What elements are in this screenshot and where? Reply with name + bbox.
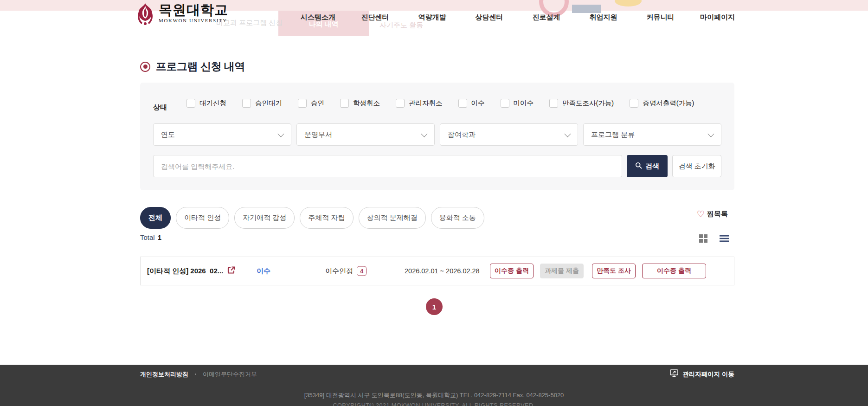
tab-altruistic[interactable]: 이타적 인성 xyxy=(176,207,229,229)
list-view-icon[interactable] xyxy=(719,234,729,245)
checkbox-icon[interactable] xyxy=(501,99,509,108)
checkbox-icon[interactable] xyxy=(242,99,251,108)
checkbox-icon[interactable] xyxy=(298,99,307,108)
checkbox-not-completed[interactable]: 미이수 xyxy=(501,99,534,108)
status-filter-row: 상태 대기신청 승인대기 승인 학생취소 관리자취소 이수 미이수 만족도조사(… xyxy=(153,95,710,111)
satisfaction-survey-button[interactable]: 만족도 조사 xyxy=(592,264,636,278)
total-count: 1 xyxy=(158,233,161,241)
nav-item-competency[interactable]: 역량개발 xyxy=(404,13,461,22)
search-reset-button[interactable]: 검색 초기화 xyxy=(672,155,721,177)
hero-strip xyxy=(0,0,868,11)
logo-english-name: MOKWON UNIVERSITY xyxy=(159,18,228,23)
dot-separator xyxy=(195,374,196,375)
checkbox-icon[interactable] xyxy=(458,99,467,108)
certificate-print-button[interactable]: 이수증 출력 xyxy=(490,264,534,278)
footer-divider xyxy=(0,384,868,384)
table-row: [이타적 인성] 2026_02... 이수 이수인정 4 2026.02.01… xyxy=(140,257,734,285)
year-dropdown[interactable]: 연도 xyxy=(153,123,291,146)
total-label: Total xyxy=(140,233,155,241)
tab-all[interactable]: 전체 xyxy=(140,207,171,229)
footer-links-row: 개인정보처리방침 이메일무단수집거부 관리자페이지 이동 xyxy=(140,365,734,384)
email-refusal-link[interactable]: 이메일무단수집거부 xyxy=(203,370,257,379)
main-nav: 시스템소개 진단센터 역량개발 상담센터 진로설계 취업지원 커뮤니티 마이페이… xyxy=(289,13,746,22)
checkbox-certificate-available[interactable]: 증명서출력(가능) xyxy=(630,99,694,108)
university-logo[interactable]: 목원대학교 MOKWON UNIVERSITY xyxy=(136,3,228,30)
chevron-down-icon xyxy=(564,131,571,137)
department-dropdown[interactable]: 운영부서 xyxy=(296,123,435,146)
program-category-dropdown[interactable]: 프로그램 분류 xyxy=(583,123,721,146)
checkbox-icon[interactable] xyxy=(186,99,195,108)
search-row: 검색 검색 초기화 xyxy=(153,155,721,177)
checkbox-student-cancel[interactable]: 학생취소 xyxy=(340,99,380,108)
chevron-down-icon xyxy=(421,131,427,137)
row-credit: 이수인정 4 xyxy=(325,266,366,276)
tab-independent[interactable]: 주체적 자립 xyxy=(300,207,353,229)
university-crest-icon xyxy=(136,3,154,30)
nav-item-system[interactable]: 시스템소개 xyxy=(289,13,347,22)
nav-item-mypage[interactable]: 마이페이지 xyxy=(689,13,746,22)
participating-dept-dropdown[interactable]: 참여학과 xyxy=(440,123,578,146)
row-status: 이수 xyxy=(257,267,270,276)
tab-harmonious[interactable]: 융화적 소통 xyxy=(431,207,484,229)
grid-view-icon[interactable] xyxy=(699,234,708,245)
nav-item-community[interactable]: 커뮤니티 xyxy=(632,13,689,22)
logo-korean-name: 목원대학교 xyxy=(159,3,228,17)
credit-count-badge: 4 xyxy=(357,266,366,276)
checkbox-approved[interactable]: 승인 xyxy=(298,99,324,108)
checkbox-survey-available[interactable]: 만족도조사(가능) xyxy=(549,99,614,108)
checkbox-icon[interactable] xyxy=(340,99,349,108)
tab-creative[interactable]: 창의적 문제해결 xyxy=(359,207,426,229)
certificate-print-button-wide[interactable]: 이수증 출력 xyxy=(642,264,706,278)
nav-item-employment[interactable]: 취업지원 xyxy=(575,13,632,22)
checkbox-admin-cancel[interactable]: 관리자취소 xyxy=(396,99,443,108)
status-filter-label: 상태 xyxy=(153,103,186,112)
search-icon xyxy=(635,162,642,170)
dropdown-row: 연도 운영부서 참여학과 프로그램 분류 xyxy=(153,123,721,146)
checkbox-completed[interactable]: 이수 xyxy=(458,99,485,108)
privacy-policy-link[interactable]: 개인정보처리방침 xyxy=(140,370,188,379)
nav-item-career[interactable]: 진로설계 xyxy=(518,13,575,22)
page-title: 프로그램 신청 내역 xyxy=(140,59,245,74)
list-header: Total1 xyxy=(140,233,734,245)
program-title-link[interactable]: [이타적 인성] 2026_02... xyxy=(147,266,235,276)
filter-panel: 상태 대기신청 승인대기 승인 학생취소 관리자취소 이수 미이수 만족도조사(… xyxy=(140,83,734,190)
submenu-item-self-directed[interactable]: 자기주도 활동 xyxy=(379,21,423,30)
tab-self-loving[interactable]: 자기애적 감성 xyxy=(234,207,295,229)
checkbox-icon[interactable] xyxy=(396,99,405,108)
checkbox-icon[interactable] xyxy=(630,99,638,108)
checkbox-wait-apply[interactable]: 대기신청 xyxy=(186,99,226,108)
wishlist-link[interactable]: ♡ 찜목록 xyxy=(697,210,728,219)
hero-decoration-box xyxy=(572,5,601,13)
footer-address: [35349] 대전광역시 서구 도안북로88(도안동, 목원대학교) TEL.… xyxy=(0,391,868,400)
footer: 개인정보처리방침 이메일무단수집거부 관리자페이지 이동 [35349] 대전광… xyxy=(0,365,868,406)
footer-copyright: COPYRIGHT© 2021 MOKWON UNIVERSITY. ALL R… xyxy=(0,402,868,406)
heart-icon: ♡ xyxy=(697,210,705,219)
assignment-submit-button-disabled: 과제물 제출 xyxy=(540,264,584,278)
row-period: 2026.02.01 ~ 2026.02.28 xyxy=(405,267,480,275)
page-title-text: 프로그램 신청 내역 xyxy=(156,59,245,74)
external-link-icon xyxy=(227,266,235,276)
admin-page-link[interactable]: 관리자페이지 이동 xyxy=(670,369,734,379)
checkbox-wait-approve[interactable]: 승인대기 xyxy=(242,99,282,108)
chevron-down-icon xyxy=(277,131,284,137)
chevron-down-icon xyxy=(707,131,714,137)
checkbox-icon[interactable] xyxy=(549,99,558,108)
search-input[interactable] xyxy=(153,155,622,177)
monitor-arrow-icon xyxy=(670,369,679,379)
category-tabs: 전체 이타적 인성 자기애적 감성 주체적 자립 창의적 문제해결 융화적 소통 xyxy=(140,207,484,229)
nav-item-diagnosis[interactable]: 진단센터 xyxy=(347,13,404,22)
bullseye-icon xyxy=(140,62,150,72)
nav-item-counsel[interactable]: 상담센터 xyxy=(461,13,518,22)
search-button[interactable]: 검색 xyxy=(627,155,668,177)
pagination-page-1[interactable]: 1 xyxy=(426,298,443,315)
